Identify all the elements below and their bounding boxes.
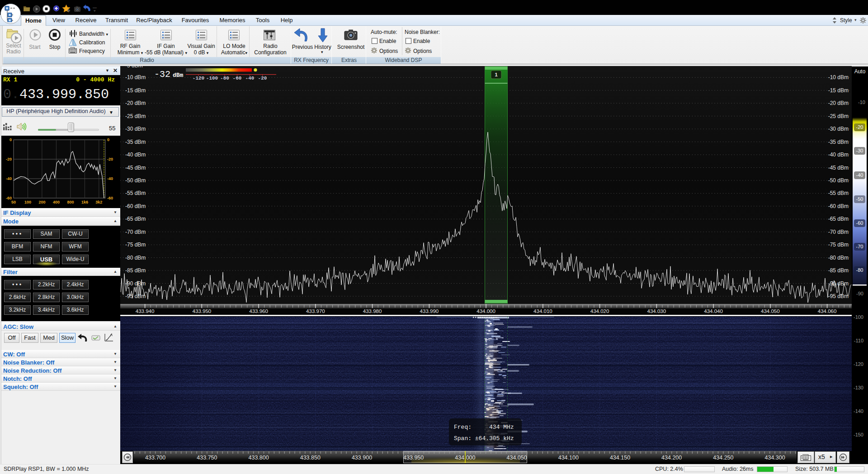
svg-text:-80 dBm: -80 dBm bbox=[828, 255, 849, 261]
svg-text:433.700: 433.700 bbox=[145, 455, 165, 461]
svg-text:-60 dBm: -60 dBm bbox=[125, 203, 146, 209]
svg-text:-60 dBm: -60 dBm bbox=[828, 203, 849, 209]
svg-text:-40: -40 bbox=[6, 176, 12, 181]
svg-text:50: 50 bbox=[11, 200, 16, 204]
svg-text:-95 dBm: -95 dBm bbox=[828, 293, 849, 299]
svg-text:-30 dBm: -30 dBm bbox=[828, 126, 849, 132]
svg-text:-20: -20 bbox=[107, 157, 113, 161]
svg-text:-45 dBm: -45 dBm bbox=[828, 165, 849, 171]
svg-text:-50 dBm: -50 dBm bbox=[125, 177, 146, 184]
svg-text:-15 dBm: -15 dBm bbox=[125, 87, 146, 94]
svg-text:-15 dBm: -15 dBm bbox=[828, 87, 849, 94]
svg-text:-20: -20 bbox=[6, 157, 12, 161]
svg-text:-10 dBm: -10 dBm bbox=[828, 74, 849, 81]
svg-text:3k2: 3k2 bbox=[95, 200, 102, 204]
svg-text:433.950: 433.950 bbox=[193, 308, 212, 314]
svg-text:-40 dBm: -40 dBm bbox=[828, 152, 849, 158]
svg-text:433.960: 433.960 bbox=[249, 308, 268, 314]
svg-text:0: 0 bbox=[107, 137, 109, 142]
svg-text:434.050: 434.050 bbox=[761, 308, 780, 314]
svg-text:433.900: 433.900 bbox=[352, 455, 372, 461]
svg-text:0: 0 bbox=[9, 137, 12, 142]
svg-text:-50 dBm: -50 dBm bbox=[828, 177, 849, 184]
svg-text:-85 dBm: -85 dBm bbox=[828, 267, 849, 274]
svg-text:434.020: 434.020 bbox=[590, 308, 609, 314]
svg-text:100: 100 bbox=[24, 200, 31, 204]
svg-text:433.950: 433.950 bbox=[403, 455, 424, 461]
svg-text:433.970: 433.970 bbox=[306, 308, 325, 314]
svg-text:-20 dBm: -20 dBm bbox=[828, 100, 849, 106]
svg-text:-32: -32 bbox=[154, 69, 170, 80]
svg-text:434.030: 434.030 bbox=[647, 308, 666, 314]
svg-text:-95 dBm: -95 dBm bbox=[125, 293, 146, 299]
svg-text:-90 dBm: -90 dBm bbox=[125, 280, 146, 287]
svg-text:434.100: 434.100 bbox=[558, 455, 579, 461]
svg-text:-75 dBm: -75 dBm bbox=[828, 242, 849, 248]
svg-text:-45 dBm: -45 dBm bbox=[125, 165, 146, 171]
svg-text:433.800: 433.800 bbox=[249, 455, 269, 461]
svg-text:-35 dBm: -35 dBm bbox=[828, 139, 849, 145]
svg-text:433.990: 433.990 bbox=[420, 308, 439, 314]
svg-text:-120: -120 bbox=[193, 76, 204, 81]
svg-text:-65 dBm: -65 dBm bbox=[125, 216, 146, 222]
svg-text:-60: -60 bbox=[107, 196, 113, 200]
svg-text:-75 dBm: -75 dBm bbox=[125, 242, 146, 248]
svg-text:dBm: dBm bbox=[173, 72, 184, 79]
svg-text:-40 dBm: -40 dBm bbox=[125, 152, 146, 158]
svg-text:1: 1 bbox=[495, 72, 497, 77]
svg-text:-55 dBm: -55 dBm bbox=[125, 190, 146, 196]
svg-text:-20 dBm: -20 dBm bbox=[125, 100, 146, 106]
svg-text:434.010: 434.010 bbox=[533, 308, 552, 314]
svg-text:200: 200 bbox=[38, 200, 45, 204]
svg-text:-40: -40 bbox=[107, 176, 113, 181]
svg-text:-80 dBm: -80 dBm bbox=[125, 255, 146, 261]
svg-text:-70 dBm: -70 dBm bbox=[828, 229, 849, 235]
svg-text:434.060: 434.060 bbox=[818, 308, 837, 314]
svg-text:-70 dBm: -70 dBm bbox=[125, 229, 146, 235]
svg-text:-65 dBm: -65 dBm bbox=[828, 216, 849, 222]
svg-text:-85 dBm: -85 dBm bbox=[125, 267, 146, 274]
svg-text:434.050: 434.050 bbox=[507, 455, 527, 461]
svg-text:433.980: 433.980 bbox=[363, 308, 382, 314]
svg-text:434.200: 434.200 bbox=[661, 455, 682, 461]
svg-text:434.040: 434.040 bbox=[704, 308, 723, 314]
svg-text:400: 400 bbox=[53, 200, 60, 204]
svg-text:434.150: 434.150 bbox=[610, 455, 630, 461]
svg-text:-100: -100 bbox=[206, 76, 218, 81]
svg-text:-10 dBm: -10 dBm bbox=[125, 74, 146, 81]
svg-text:-90 dBm: -90 dBm bbox=[828, 280, 849, 287]
svg-text:434.000: 434.000 bbox=[476, 308, 495, 314]
svg-text:-35 dBm: -35 dBm bbox=[125, 139, 146, 145]
svg-text:434.300: 434.300 bbox=[765, 455, 785, 461]
svg-text:433.940: 433.940 bbox=[136, 308, 155, 314]
svg-text:-40: -40 bbox=[245, 76, 255, 81]
svg-text:434.250: 434.250 bbox=[713, 455, 733, 461]
svg-text:-55 dBm: -55 dBm bbox=[828, 190, 849, 196]
svg-text:-25 dBm: -25 dBm bbox=[125, 113, 146, 119]
svg-text:-30 dBm: -30 dBm bbox=[125, 126, 146, 132]
svg-text:-5 dBm: -5 dBm bbox=[125, 66, 143, 69]
svg-text:-20: -20 bbox=[258, 76, 267, 81]
svg-text:433.750: 433.750 bbox=[197, 455, 217, 461]
svg-text:-60: -60 bbox=[233, 76, 242, 81]
svg-text:-25 dBm: -25 dBm bbox=[828, 113, 849, 119]
svg-text:433.850: 433.850 bbox=[300, 455, 321, 461]
svg-text:800: 800 bbox=[67, 200, 74, 204]
svg-text:1k6: 1k6 bbox=[81, 200, 88, 204]
svg-text:-80: -80 bbox=[220, 76, 229, 81]
